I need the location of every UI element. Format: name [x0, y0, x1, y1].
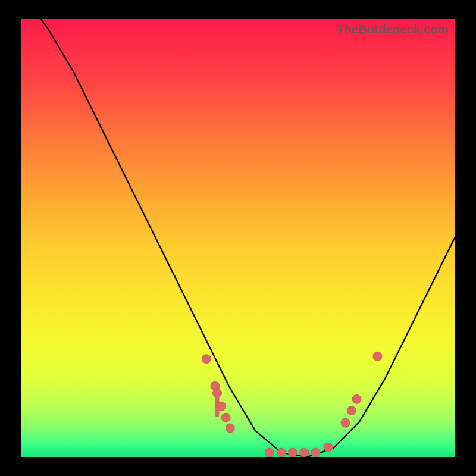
data-marker: [213, 389, 222, 397]
data-marker: [373, 352, 382, 361]
data-marker: [341, 418, 350, 427]
data-marker: [202, 355, 211, 364]
data-marker: [226, 424, 234, 433]
data-marker: [324, 443, 333, 452]
chart-frame: TheBottleneck.com: [0, 0, 476, 476]
data-marker: [217, 402, 226, 411]
chart-svg: [21, 19, 455, 457]
data-marker: [221, 413, 230, 422]
data-marker: [347, 406, 356, 415]
data-marker: [277, 448, 286, 457]
data-marker: [311, 448, 320, 457]
data-marker: [288, 448, 297, 457]
marker-layer: [202, 352, 382, 457]
curve-layer: [21, 19, 455, 457]
chart-plot-area: TheBottleneck.com: [21, 19, 455, 457]
data-marker: [300, 448, 309, 457]
data-marker: [352, 394, 361, 403]
bottleneck-curve: [21, 19, 455, 457]
data-marker: [265, 448, 274, 457]
